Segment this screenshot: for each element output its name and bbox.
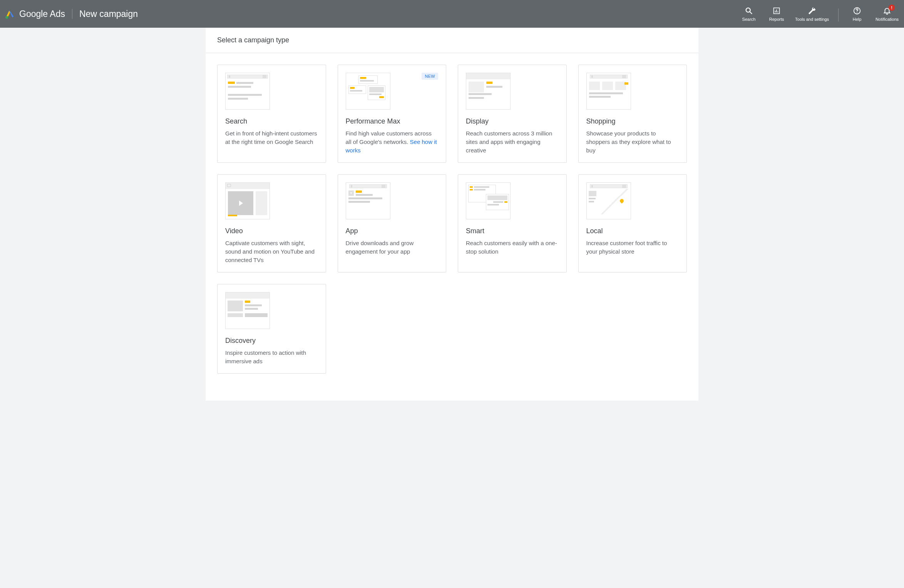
page-title: New campaign [79, 9, 138, 19]
campaign-card-app[interactable]: App Drive downloads and grow engagement … [338, 174, 447, 272]
header-right: Search Reports Tools and settings Help ! [740, 6, 899, 22]
card-desc: Find high value customers across all of … [346, 129, 439, 155]
card-desc: Drive downloads and grow engagement for … [346, 239, 439, 256]
card-title: Discovery [225, 337, 318, 345]
campaign-card-shopping[interactable]: Shopping Showcase your products to shopp… [578, 65, 687, 163]
thumbnail-local-icon [586, 182, 631, 219]
campaign-type-grid: Search Get in front of high-intent custo… [206, 53, 698, 385]
card-desc: Reach customers easily with a one-stop s… [466, 239, 559, 256]
new-badge: NEW [422, 73, 438, 80]
divider [72, 9, 72, 19]
tools-button[interactable]: Tools and settings [795, 6, 829, 22]
campaign-card-search[interactable]: Search Get in front of high-intent custo… [217, 65, 326, 163]
search-icon [744, 6, 753, 15]
card-desc: Inspire customers to action with immersi… [225, 349, 318, 366]
card-desc: Increase customer foot traffic to your p… [586, 239, 679, 256]
help-icon [852, 6, 862, 15]
thumbnail-app-icon [346, 182, 390, 219]
search-button[interactable]: Search [740, 6, 758, 22]
thumbnail-video-icon [225, 182, 270, 219]
section-title: Select a campaign type [217, 36, 687, 44]
section-header: Select a campaign type [206, 28, 698, 53]
card-desc: Reach customers across 3 million sites a… [466, 129, 559, 155]
thumbnail-smart-icon [466, 182, 511, 219]
campaign-card-performance-max[interactable]: NEW [338, 65, 447, 163]
campaign-card-discovery[interactable]: Discovery Inspire customers to action wi… [217, 284, 326, 374]
card-title: Video [225, 227, 318, 235]
card-title: Local [586, 227, 679, 235]
svg-point-0 [5, 16, 8, 19]
thumbnail-shopping-icon [586, 73, 631, 110]
campaign-card-local[interactable]: Local Increase customer foot traffic to … [578, 174, 687, 272]
notification-badge: ! [889, 5, 895, 11]
card-title: App [346, 227, 439, 235]
card-title: Display [466, 117, 559, 125]
brand-text: Google Ads [19, 9, 65, 19]
thumbnail-discovery-icon [225, 292, 270, 329]
campaign-card-video[interactable]: Video Captivate customers with sight, so… [217, 174, 326, 272]
bar-chart-icon [772, 6, 781, 15]
reports-button[interactable]: Reports [767, 6, 786, 22]
app-header: Google Ads New campaign Search Reports T… [0, 0, 904, 28]
campaign-card-smart[interactable]: Smart Reach customers easily with a one-… [458, 174, 567, 272]
google-ads-logo-icon [5, 8, 15, 19]
card-desc: Showcase your products to shoppers as th… [586, 129, 679, 155]
card-desc: Get in front of high-intent customers at… [225, 129, 318, 146]
card-title: Performance Max [346, 117, 439, 125]
thumbnail-search-icon [225, 73, 270, 110]
card-title: Search [225, 117, 318, 125]
card-title: Shopping [586, 117, 679, 125]
thumbnail-display-icon [466, 73, 511, 110]
bell-icon: ! [882, 6, 892, 15]
svg-line-2 [750, 12, 752, 14]
header-left: Google Ads New campaign [5, 8, 138, 19]
campaign-card-display[interactable]: Display Reach customers across 3 million… [458, 65, 567, 163]
page-container: Select a campaign type [206, 28, 698, 401]
wrench-icon [807, 6, 817, 15]
notifications-button[interactable]: ! Notifications [876, 6, 899, 22]
divider [838, 8, 839, 22]
svg-point-8 [857, 12, 857, 13]
card-title: Smart [466, 227, 559, 235]
thumbnail-pmax-icon [346, 73, 390, 110]
svg-point-1 [746, 8, 750, 12]
card-desc: Captivate customers with sight, sound an… [225, 239, 318, 264]
help-button[interactable]: Help [848, 6, 866, 22]
